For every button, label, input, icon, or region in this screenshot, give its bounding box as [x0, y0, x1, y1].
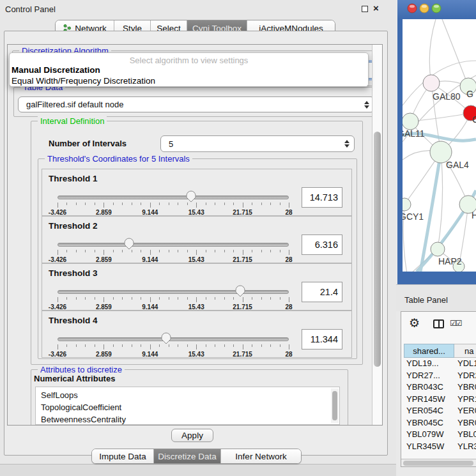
threshold-label: Threshold 4	[49, 316, 98, 325]
svg-text:GAL11: GAL11	[397, 128, 425, 139]
threshold-coords-title: Threshold's Coordinates for 5 Intervals	[45, 154, 192, 164]
threshold-coords-group: Threshold's Coordinates for 5 Intervals …	[38, 158, 357, 359]
threshold-value-field[interactable]: 14.713	[302, 187, 342, 208]
dropdown-option-manual[interactable]: Manual Discretization	[12, 65, 100, 75]
settings-scrollbar[interactable]	[372, 45, 382, 425]
combo-stepper-icon	[364, 101, 369, 109]
node-gcy1	[398, 198, 411, 211]
threshold-row: Threshold 4 -3.4262.8599.14415.4321.7152…	[42, 311, 352, 358]
threshold-slider[interactable]: -3.4262.8599.14415.4321.71528	[58, 287, 289, 310]
table-header-row: shared... na	[401, 344, 476, 358]
slider-ticks	[58, 250, 289, 256]
table-rows: YDL19...YDL1 YDR27...YDR2 YBR043CYBR0 YP…	[401, 358, 476, 451]
screen: Control Panel × Network Style Select Cyn…	[0, 0, 476, 476]
svg-text:C: C	[472, 114, 476, 125]
slider-track[interactable]	[58, 243, 289, 247]
slider-track[interactable]	[58, 290, 289, 294]
gear-icon[interactable]: ⚙	[409, 316, 420, 330]
slider-ticks	[58, 297, 289, 303]
table-data-combobox[interactable]: galFiltered.sif default node	[18, 96, 374, 112]
table-row[interactable]: YBR043CYBR0	[401, 381, 476, 394]
spinner-stepper-icon	[344, 140, 349, 148]
threshold-label: Threshold 1	[49, 174, 98, 183]
attributes-group: Attributes to discretize Numerical Attri…	[31, 369, 348, 426]
attributes-group-title: Attributes to discretize	[38, 365, 125, 374]
column-header-name[interactable]: na	[454, 344, 476, 358]
close-icon[interactable]: ×	[373, 3, 379, 13]
table-horizontal-scrollbar[interactable]	[401, 459, 476, 466]
panel-title: Control Panel	[5, 4, 56, 14]
threshold-slider[interactable]: -3.4262.8599.14415.4321.71528	[58, 240, 289, 263]
tab-infer-network[interactable]: Infer Network	[221, 449, 301, 463]
apply-button[interactable]: Apply	[171, 429, 213, 442]
list-item[interactable]: SelfLoops	[36, 389, 339, 401]
threshold-value-field[interactable]: 6.316	[302, 234, 342, 255]
svg-text:HAP2: HAP2	[438, 256, 462, 266]
slider-ticks	[58, 203, 289, 208]
table-row[interactable]: YPR145WYPR1	[401, 394, 476, 406]
threshold-slider[interactable]: -3.4262.8599.14415.4321.71528	[58, 334, 289, 357]
table-panel-header: Table Panel	[396, 284, 476, 311]
svg-text:GAL80: GAL80	[433, 91, 461, 102]
num-intervals-value: 5	[169, 139, 173, 149]
threshold-slider[interactable]: -3.4262.8599.14415.4321.71528	[58, 192, 289, 215]
svg-text:GAL4: GAL4	[446, 160, 469, 170]
algorithm-dropdown-popup: Select algorithm to view settings Manual…	[9, 52, 369, 87]
table-row[interactable]: YER054CYER0	[401, 405, 476, 417]
float-window-icon[interactable]	[362, 6, 368, 12]
column-layout-icon[interactable]	[433, 319, 444, 328]
table-data-selected-value: galFiltered.sif default node	[26, 100, 123, 109]
attributes-list[interactable]: SelfLoops TopologicalCoefficient Between…	[35, 387, 340, 425]
slider-ticks	[58, 344, 289, 350]
table-row[interactable]: YDR27...YDR2	[401, 370, 476, 382]
threshold-row: Threshold 2 -3.4262.8599.14415.4321.7152…	[42, 216, 352, 263]
numerical-attributes-label: Numerical Attributes	[34, 374, 115, 383]
node-gal11	[402, 113, 418, 130]
table-row[interactable]: YBR045CYBR0	[401, 417, 476, 429]
interval-definition-title: Interval Definition	[38, 116, 107, 126]
slider-track[interactable]	[58, 196, 289, 199]
table-panel-title: Table Panel	[404, 295, 448, 305]
table-row[interactable]: YDL19...YDL1	[401, 358, 476, 370]
node-gal80	[423, 75, 440, 91]
slider-track[interactable]	[58, 337, 289, 341]
tab-discretize-data[interactable]: Discretize Data	[154, 449, 221, 463]
interval-definition-group: Interval Definition Number of Intervals …	[31, 121, 363, 365]
num-intervals-label: Number of Intervals	[49, 139, 127, 148]
scrollbar-thumb[interactable]	[374, 132, 381, 367]
table-panel: ⚙ ☑☑ shared... na YDL19...YDL1 YDR27...Y…	[401, 311, 476, 467]
num-intervals-spinner[interactable]: 5	[160, 135, 355, 152]
table-row[interactable]: YLR345WYLR3	[401, 441, 476, 452]
checkbox-columns-icon[interactable]: ☑☑	[450, 319, 461, 328]
slider-thumb[interactable]	[124, 238, 135, 250]
dropdown-option-equal-width[interactable]: Equal Width/Frequency Discretization	[12, 76, 155, 86]
threshold-value-field[interactable]: 21.4	[302, 282, 342, 302]
threshold-label: Threshold 2	[49, 221, 98, 231]
node-hap2	[431, 242, 445, 256]
scrollbar-thumb[interactable]	[403, 461, 473, 466]
svg-text:G: G	[466, 89, 473, 99]
attributes-list-scrollbar[interactable]	[331, 388, 339, 423]
threshold-label: Threshold 3	[49, 268, 98, 278]
column-header-shared-name[interactable]: shared...	[404, 344, 454, 358]
tab-impute-data[interactable]: Impute Data	[92, 449, 154, 463]
threshold-row: Threshold 3 -3.4262.8599.14415.4321.7152…	[42, 263, 352, 311]
settings-scroll-panel: Discretization Algorithm Table Data galF…	[7, 44, 383, 426]
threshold-value-field[interactable]: 11.344	[302, 329, 342, 349]
svg-text:GCY1: GCY1	[399, 211, 424, 222]
control-panel: Control Panel × Network Style Select Cyn…	[0, 0, 396, 464]
slider-thumb[interactable]	[185, 190, 196, 203]
list-item[interactable]: TopologicalCoefficient	[36, 401, 339, 413]
network-view-window[interactable]: GAL80 GAL11 GAL4 GCY1 HAP2 G C H	[397, 0, 476, 284]
slider-tick-labels: -3.4262.8599.14415.4321.71528	[58, 351, 289, 358]
dropdown-prompt-item[interactable]: Select algorithm to view settings	[10, 56, 368, 65]
slider-thumb[interactable]	[161, 332, 172, 345]
threshold-row: Threshold 1 -3.4262.8599.14415.4321.7152…	[42, 169, 352, 216]
slider-thumb[interactable]	[234, 285, 245, 298]
right-region: GAL80 GAL11 GAL4 GCY1 HAP2 G C H Table P…	[396, 0, 476, 476]
table-row[interactable]: YBL079WYBL0	[401, 429, 476, 441]
bottom-tab-strip: Impute Data Discretize Data Infer Networ…	[91, 449, 302, 464]
list-item[interactable]: BetweennessCentrality	[36, 413, 339, 425]
network-canvas[interactable]: GAL80 GAL11 GAL4 GCY1 HAP2 G C H	[397, 0, 476, 284]
svg-text:H: H	[472, 210, 476, 220]
